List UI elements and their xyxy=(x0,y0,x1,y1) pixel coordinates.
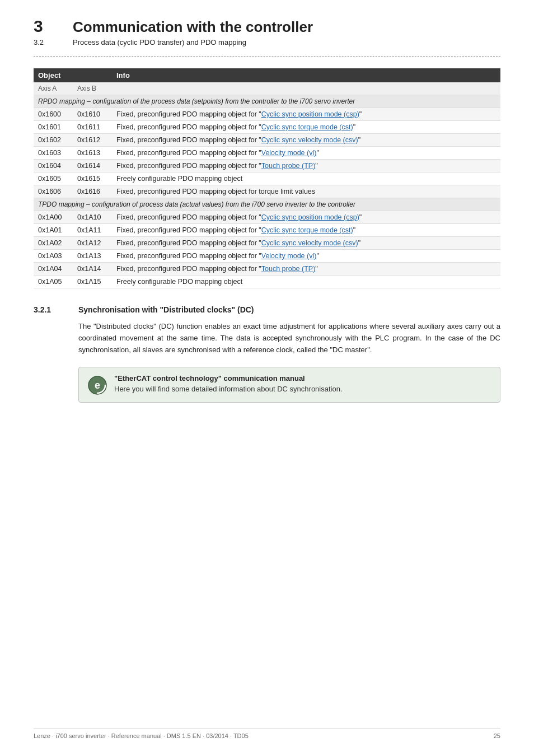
table-cell-axis-a: 0x1600 xyxy=(34,108,73,121)
info-link[interactable]: Cyclic sync torque mode (cst) xyxy=(261,226,353,234)
table-cell-axis-b: 0x1A10 xyxy=(73,211,112,224)
table-row: 0x16050x1615Freely configurable PDO mapp… xyxy=(34,172,500,185)
table-row: 0x1A000x1A10Fixed, preconfigured PDO map… xyxy=(34,211,500,224)
col-header-object-b xyxy=(73,68,112,82)
table-cell-axis-a: 0x1603 xyxy=(34,147,73,160)
table-cell-axis-a: 0x1605 xyxy=(34,172,73,185)
table-row: 0x16000x1610Fixed, preconfigured PDO map… xyxy=(34,108,500,121)
table-row: 0x16020x1612Fixed, preconfigured PDO map… xyxy=(34,134,500,147)
table-row: 0x16060x1616Fixed, preconfigured PDO map… xyxy=(34,185,500,198)
table-cell-info: Fixed, preconfigured PDO mapping object … xyxy=(112,108,500,121)
footer-left: Lenze · i700 servo inverter · Reference … xyxy=(34,732,249,739)
table-cell-info: Fixed, preconfigured PDO mapping object … xyxy=(112,224,500,237)
table-cell-info: Fixed, preconfigured PDO mapping object … xyxy=(112,147,500,160)
table-cell-info: Fixed, preconfigured PDO mapping object … xyxy=(112,160,500,172)
section-title: Process data (cyclic PDO transfer) and P… xyxy=(73,38,246,46)
info-title: "EtherCAT control technology" communicat… xyxy=(114,374,491,382)
subsection-title: Synchronisation with "Distributed clocks… xyxy=(78,305,254,314)
info-link[interactable]: Cyclic sync velocity mode (csv) xyxy=(261,239,358,247)
table-cell-axis-a: 0x1A00 xyxy=(34,211,73,224)
rpdo-span-row: RPDO mapping – configuration of the proc… xyxy=(34,95,500,108)
info-link[interactable]: Velocity mode (vl) xyxy=(261,149,317,157)
footer-page-number: 25 xyxy=(494,732,500,739)
table-cell-axis-b: 0x1614 xyxy=(73,160,112,172)
table-cell-axis-a: 0x1601 xyxy=(34,121,73,134)
sub-col-axis-a: Axis A xyxy=(34,82,73,95)
table-row: 0x1A040x1A14Fixed, preconfigured PDO map… xyxy=(34,263,500,276)
table-row: 0x16030x1613Fixed, preconfigured PDO map… xyxy=(34,147,500,160)
pdo-mapping-table: Object Info Axis A Axis B RPDO mapping –… xyxy=(34,68,500,288)
table-cell-info: Fixed, preconfigured PDO mapping object … xyxy=(112,250,500,263)
col-header-object: Object xyxy=(34,68,73,82)
table-cell-info: Fixed, preconfigured PDO mapping object … xyxy=(112,134,500,147)
page-header: 3 Communication with the controller 3.2 … xyxy=(34,17,500,46)
table-cell-info: Freely configurable PDO mapping object xyxy=(112,276,500,288)
page-footer: Lenze · i700 servo inverter · Reference … xyxy=(34,729,500,739)
table-row: 0x1A030x1A13Fixed, preconfigured PDO map… xyxy=(34,250,500,263)
table-cell-axis-b: 0x1616 xyxy=(73,185,112,198)
col-header-info: Info xyxy=(112,68,500,82)
info-content: "EtherCAT control technology" communicat… xyxy=(114,374,491,393)
table-cell-info: Fixed, preconfigured PDO mapping object … xyxy=(112,121,500,134)
sub-col-axis-b: Axis B xyxy=(73,82,112,95)
table-cell-axis-b: 0x1613 xyxy=(73,147,112,160)
table-row: 0x1A050x1A15Freely configurable PDO mapp… xyxy=(34,276,500,288)
table-cell-axis-a: 0x1A03 xyxy=(34,250,73,263)
sub-col-info-empty xyxy=(112,82,500,95)
info-link[interactable]: Touch probe (TP) xyxy=(261,162,316,170)
table-cell-axis-b: 0x1A11 xyxy=(73,224,112,237)
tpdo-span-row: TPDO mapping – configuration of process … xyxy=(34,198,500,211)
table-cell-axis-a: 0x1606 xyxy=(34,185,73,198)
section-divider xyxy=(34,57,500,57)
section-number: 3.2 xyxy=(34,38,56,46)
table-cell-axis-a: 0x1A05 xyxy=(34,276,73,288)
table-cell-axis-b: 0x1615 xyxy=(73,172,112,185)
table-row: 0x1A020x1A12Fixed, preconfigured PDO map… xyxy=(34,237,500,250)
table-cell-axis-b: 0x1A14 xyxy=(73,263,112,276)
table-cell-axis-b: 0x1611 xyxy=(73,121,112,134)
table-cell-axis-a: 0x1A02 xyxy=(34,237,73,250)
table-cell-axis-a: 0x1A04 xyxy=(34,263,73,276)
svg-text:e: e xyxy=(95,380,100,391)
table-cell-axis-a: 0x1604 xyxy=(34,160,73,172)
table-cell-info: Freely configurable PDO mapping object xyxy=(112,172,500,185)
info-link[interactable]: Cyclic sync position mode (csp) xyxy=(261,110,359,118)
table-cell-info: Fixed, preconfigured PDO mapping object … xyxy=(112,185,500,198)
table-cell-info: Fixed, preconfigured PDO mapping object … xyxy=(112,237,500,250)
info-body: Here you will find some detailed informa… xyxy=(114,385,491,393)
table-row: 0x16010x1611Fixed, preconfigured PDO map… xyxy=(34,121,500,134)
table-cell-axis-b: 0x1612 xyxy=(73,134,112,147)
table-cell-axis-b: 0x1A15 xyxy=(73,276,112,288)
table-cell-axis-b: 0x1610 xyxy=(73,108,112,121)
table-cell-axis-a: 0x1A01 xyxy=(34,224,73,237)
subsection-number: 3.2.1 xyxy=(34,305,67,314)
table-cell-info: Fixed, preconfigured PDO mapping object … xyxy=(112,263,500,276)
info-link[interactable]: Cyclic sync torque mode (cst) xyxy=(261,123,353,131)
info-link[interactable]: Velocity mode (vl) xyxy=(261,252,317,260)
info-link[interactable]: Cyclic sync position mode (csp) xyxy=(261,213,359,221)
info-link[interactable]: Touch probe (TP) xyxy=(261,265,316,273)
chapter-title: Communication with the controller xyxy=(73,18,313,36)
info-link[interactable]: Cyclic sync velocity mode (csv) xyxy=(261,136,358,144)
subsection-body: The "Distributed clocks" (DC) function e… xyxy=(78,321,500,356)
table-cell-axis-a: 0x1602 xyxy=(34,134,73,147)
chapter-number: 3 xyxy=(34,17,56,36)
info-box: e "EtherCAT control technology" communic… xyxy=(78,367,500,403)
table-cell-axis-b: 0x1A12 xyxy=(73,237,112,250)
table-row: 0x16040x1614Fixed, preconfigured PDO map… xyxy=(34,160,500,172)
table-cell-info: Fixed, preconfigured PDO mapping object … xyxy=(112,211,500,224)
table-cell-axis-b: 0x1A13 xyxy=(73,250,112,263)
ethercat-icon: e xyxy=(87,375,107,395)
subsection-header: 3.2.1 Synchronisation with "Distributed … xyxy=(34,305,500,314)
table-row: 0x1A010x1A11Fixed, preconfigured PDO map… xyxy=(34,224,500,237)
